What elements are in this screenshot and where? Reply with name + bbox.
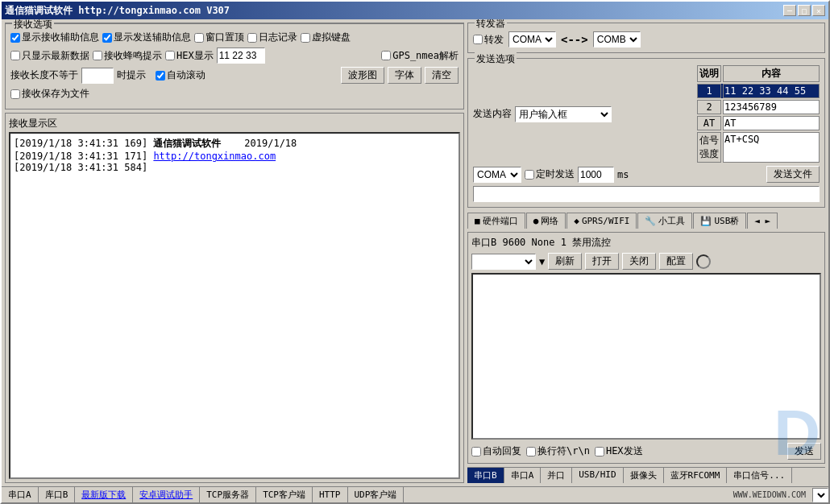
status-udp-client: UDP客户端 bbox=[348, 487, 405, 502]
status-download[interactable]: 最新版下载 bbox=[75, 487, 133, 502]
receive-options-title: 接收选项 bbox=[12, 19, 54, 31]
tab-tools[interactable]: 🔧 小工具 bbox=[637, 213, 692, 229]
receive-link[interactable]: http://tongxinmao.com bbox=[153, 151, 276, 162]
time-label: 时提示 bbox=[117, 68, 146, 82]
bottom-tab-seriala[interactable]: 串口A bbox=[504, 468, 542, 483]
ms-label: ms bbox=[617, 169, 629, 180]
bottom-tab-usbhid[interactable]: USB/HID bbox=[572, 468, 623, 483]
receive-line-3: [2019/1/18 3:41:31 584] bbox=[14, 162, 455, 173]
relay-arrow: <--> bbox=[561, 33, 588, 46]
length-input[interactable] bbox=[81, 68, 114, 84]
maximize-button[interactable]: □ bbox=[798, 5, 811, 16]
table-row-2-content[interactable]: 123456789 bbox=[723, 100, 820, 114]
status-http: HTTP bbox=[313, 487, 348, 502]
gprs-icon: ◆ bbox=[574, 216, 579, 226]
font-button[interactable]: 字体 bbox=[388, 67, 421, 84]
show-send-assist-checkbox[interactable]: 显示发送辅助信息 bbox=[102, 31, 191, 44]
relay-label: 转发 bbox=[484, 33, 504, 47]
send-file-button[interactable]: 发送文件 bbox=[766, 166, 820, 183]
send-port-select[interactable]: COMA COMB bbox=[473, 167, 521, 183]
show-receive-assist-checkbox[interactable]: 显示接收辅助信息 bbox=[10, 31, 99, 44]
config-button[interactable]: 配置 bbox=[659, 253, 693, 270]
download-link[interactable]: 最新版下载 bbox=[81, 489, 126, 501]
table-header-content: 内容 bbox=[723, 65, 820, 82]
close-button[interactable]: ✕ bbox=[812, 5, 825, 16]
relay-title: 转发器 bbox=[475, 19, 507, 31]
status-android[interactable]: 安卓调试助手 bbox=[133, 487, 200, 502]
tab-network[interactable]: ● 网络 bbox=[526, 213, 566, 229]
log-record-checkbox[interactable]: 日志记录 bbox=[247, 31, 297, 44]
timed-ms-input[interactable] bbox=[578, 167, 614, 183]
table-row-3-id[interactable]: AT bbox=[697, 116, 721, 130]
bottom-tab-camera[interactable]: 摄像头 bbox=[624, 468, 664, 483]
receive-display-label: 接收显示区 bbox=[9, 117, 460, 130]
receive-options-row2: 只显示最新数据 接收蜂鸣提示 HEX显示 GPS_nmea解析 bbox=[10, 48, 459, 64]
tab-hardware-port[interactable]: ■ 硬件端口 bbox=[467, 213, 525, 229]
com-display[interactable] bbox=[471, 273, 821, 440]
status-tcp-client: TCP客户端 bbox=[256, 487, 313, 502]
send-button[interactable]: 发送 bbox=[787, 443, 821, 460]
hex-value-input[interactable] bbox=[217, 48, 265, 64]
bottom-tab-serialb[interactable]: 串口B bbox=[467, 468, 504, 483]
save-file-checkbox[interactable]: 接收保存为文件 bbox=[10, 87, 89, 101]
hex-send-checkbox[interactable]: HEX发送 bbox=[595, 444, 643, 458]
bottom-tab-parallel[interactable]: 并口 bbox=[541, 468, 572, 483]
table-header-desc: 说明 bbox=[697, 65, 721, 82]
com-controls: ▼ 刷新 打开 关闭 配置 bbox=[471, 253, 821, 270]
relay-from-select[interactable]: COMA COMB COMC bbox=[508, 31, 556, 48]
receive-options-row1: 显示接收辅助信息 显示发送辅助信息 窗口置顶 日志记录 bbox=[10, 31, 459, 44]
bottom-tab-bluetooth[interactable]: 蓝牙RFCOMM bbox=[664, 468, 728, 483]
tab-gprs-wifi[interactable]: ◆ GPRS/WIFI bbox=[566, 213, 637, 229]
status-bar: 串口A 库口B 最新版下载 安卓调试助手 TCP服务器 TCP客户端 HTTP … bbox=[2, 486, 828, 502]
auto-reply-checkbox[interactable]: 自动回复 bbox=[471, 444, 521, 458]
com-port-section: 串口B 9600 None 1 禁用流控 ▼ 刷新 打开 关闭 配置 bbox=[467, 232, 825, 464]
refresh-button[interactable]: 刷新 bbox=[548, 253, 582, 270]
table-row-4-content[interactable]: AT+CSQ bbox=[723, 132, 820, 163]
send-content-label: 发送内容 bbox=[473, 107, 512, 121]
window-title: 通信猫调试软件 http://tongxinmao.com V307 bbox=[5, 4, 230, 18]
gps-nmea-checkbox[interactable]: GPS_nmea解析 bbox=[381, 49, 459, 63]
auto-scroll-checkbox[interactable]: 自动滚动 bbox=[156, 68, 205, 82]
receive-line-2: [2019/1/18 3:41:31 171] http://tongxinma… bbox=[14, 151, 455, 162]
send-content-select[interactable]: 用户输入框 bbox=[515, 106, 612, 122]
open-button[interactable]: 打开 bbox=[585, 253, 619, 270]
newline-checkbox[interactable]: 换行符\r\n bbox=[526, 444, 590, 458]
tab-usb-bridge[interactable]: 💾 USB桥 bbox=[693, 213, 746, 229]
network-icon: ● bbox=[533, 216, 539, 226]
com-port-select[interactable] bbox=[471, 254, 536, 270]
relay-checkbox[interactable]: 转发 bbox=[473, 33, 504, 47]
timed-send-checkbox[interactable]: 定时发送 bbox=[525, 167, 575, 181]
beep-checkbox[interactable]: 接收蜂鸣提示 bbox=[93, 49, 162, 63]
send-options-title: 发送选项 bbox=[475, 52, 517, 66]
main-tabs: ■ 硬件端口 ● 网络 ◆ GPRS/WIFI 🔧 小工具 💾 USB桥 bbox=[467, 213, 825, 229]
receive-options-group: 接收选项 显示接收辅助信息 显示发送辅助信息 窗口置顶 bbox=[5, 23, 464, 109]
minimize-button[interactable]: ─ bbox=[783, 5, 796, 16]
android-link[interactable]: 安卓调试助手 bbox=[139, 489, 193, 501]
led-indicator bbox=[696, 254, 711, 269]
dropdown-arrow: ▼ bbox=[539, 256, 545, 267]
status-tcp-server: TCP服务器 bbox=[200, 487, 256, 502]
wave-button[interactable]: 波形图 bbox=[341, 67, 384, 84]
clear-button[interactable]: 清空 bbox=[425, 67, 459, 84]
relay-to-select[interactable]: COMA COMB COMC bbox=[593, 31, 641, 48]
send-text-input[interactable] bbox=[473, 186, 820, 202]
status-dropdown[interactable] bbox=[812, 488, 828, 502]
table-row-1-id[interactable]: 1 bbox=[697, 84, 721, 98]
tab-more[interactable]: ◄ ► bbox=[747, 213, 778, 229]
table-row-2-id[interactable]: 2 bbox=[697, 100, 721, 114]
com-bottom: 自动回复 换行符\r\n HEX发送 发送 bbox=[471, 443, 821, 460]
receive-display[interactable]: [2019/1/18 3:41:31 169] 通信猫调试软件 2019/1/1… bbox=[9, 132, 460, 479]
close-com-button[interactable]: 关闭 bbox=[622, 253, 656, 270]
hardware-icon: ■ bbox=[475, 216, 480, 226]
com-port-header: 串口B 9600 None 1 禁用流控 bbox=[471, 236, 821, 250]
table-row-3-content[interactable]: AT bbox=[723, 116, 820, 130]
show-latest-checkbox[interactable]: 只显示最新数据 bbox=[10, 49, 89, 63]
table-row-4-id[interactable]: 信号强度 bbox=[697, 132, 721, 163]
window-controls: ─ □ ✕ bbox=[783, 5, 825, 16]
virtual-keyboard-checkbox[interactable]: 虚拟键盘 bbox=[301, 31, 351, 44]
table-row-1-content[interactable]: 11 22 33 44 55 bbox=[723, 84, 820, 98]
window-top-checkbox[interactable]: 窗口置顶 bbox=[194, 31, 244, 44]
usb-icon: 💾 bbox=[700, 216, 712, 226]
hex-display-checkbox[interactable]: HEX显示 bbox=[165, 49, 214, 63]
bottom-tab-serial-signal[interactable]: 串口信号... bbox=[727, 468, 792, 483]
